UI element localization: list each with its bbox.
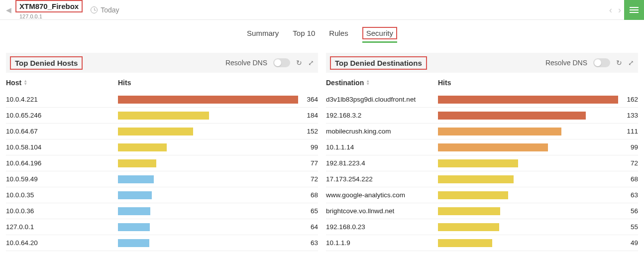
row-name: 10.0.0.35 [6,191,118,199]
column-hits-dests[interactable]: Hits [438,79,638,87]
page-prev-icon[interactable]: ‹ [606,5,615,15]
panel-top-denied-hosts: Top Denied Hosts Resolve DNS ↻ ⤢ Host ▲▼… [6,53,318,251]
tab-summary[interactable]: Summary [247,29,279,43]
row-bar [118,207,298,215]
back-chevron-icon[interactable]: ◀ [4,6,13,14]
columns-header-hosts: Host ▲▼ Hits [6,73,318,92]
row-bar [118,223,298,231]
table-row[interactable]: 10.0.0.3568 [6,187,318,203]
top-right-controls: ‹ › [606,0,644,20]
device-ip: 127.0.0.1 [19,13,83,19]
row-bar [438,159,618,167]
panel-header-hosts: Top Denied Hosts Resolve DNS ↻ ⤢ [6,53,318,73]
row-name: 10.0.64.196 [6,159,118,167]
row-name: 10.1.1.14 [326,143,438,151]
row-bar [118,128,298,135]
row-bar [118,239,298,247]
row-bar [438,239,618,247]
tab-rules[interactable]: Rules [329,29,348,43]
table-row[interactable]: 127.0.0.164 [6,219,318,235]
refresh-icon[interactable]: ↻ [296,59,302,67]
column-host[interactable]: Host ▲▼ [6,79,118,87]
resolve-dns-toggle-dests[interactable] [593,58,610,67]
row-name: 10.0.64.20 [6,239,118,247]
device-name[interactable]: XTM870_Firebox [19,2,79,10]
column-hits-hosts[interactable]: Hits [118,79,318,87]
row-value: 63 [618,191,638,199]
device-title-container: XTM870_Firebox 127.0.0.1 [15,0,83,19]
row-name: 17.173.254.222 [326,175,438,183]
row-name: 10.0.59.49 [6,175,118,183]
table-row[interactable]: 192.81.223.472 [326,155,638,171]
resolve-dns-label: Resolve DNS [225,59,267,67]
table-row[interactable]: 192.168.3.2133 [326,108,638,124]
tab-top10[interactable]: Top 10 [293,29,315,43]
resolve-dns-toggle-hosts[interactable] [273,58,290,67]
row-bar [438,223,618,231]
main-menu-button[interactable] [624,0,644,20]
table-row[interactable]: mobilecrush.king.com111 [326,124,638,139]
row-value: 133 [618,112,638,119]
row-bar [118,191,298,199]
row-value: 64 [298,223,318,231]
tab-security-label: Security [366,29,393,37]
row-name: 10.0.64.67 [6,128,118,135]
table-row[interactable]: 10.0.64.67152 [6,124,318,139]
row-value: 111 [618,128,638,135]
row-value: 68 [618,175,638,183]
tab-security[interactable]: Security [362,29,397,43]
sort-icon: ▲▼ [23,80,27,86]
panel-controls-hosts: Resolve DNS ↻ ⤢ [225,58,314,67]
table-row[interactable]: 10.0.58.10499 [6,139,318,155]
table-row[interactable]: www.google-analytics.com63 [326,187,638,203]
time-range-selector[interactable]: Today [91,6,119,14]
table-row[interactable]: 10.0.0.3665 [6,203,318,219]
row-name: mobilecrush.king.com [326,128,438,135]
row-name: 192.81.223.4 [326,159,438,167]
tabs: Summary Top 10 Rules Security [0,20,644,48]
row-name: brightcove.vo.llnwd.net [326,207,438,215]
column-destination-label: Destination [326,79,364,87]
row-value: 99 [618,143,638,151]
table-row[interactable]: 10.0.64.19677 [6,155,318,171]
row-value: 77 [298,159,318,167]
refresh-icon[interactable]: ↻ [616,59,622,67]
device-name-highlight: XTM870_Firebox [15,0,83,12]
row-bar [438,191,618,199]
row-bar [118,143,298,151]
row-bar [118,159,298,167]
table-row[interactable]: 10.0.4.221364 [6,92,318,108]
table-row[interactable]: 10.0.64.2063 [6,235,318,251]
row-value: 162 [618,96,638,103]
tab-security-highlight: Security [362,27,397,39]
time-range-label: Today [101,6,119,14]
expand-icon[interactable]: ⤢ [628,59,634,67]
row-value: 55 [618,223,638,231]
panel-title-highlight: Top Denied Hosts [10,56,83,70]
rows-dests: d3v1lb83psg9di.cloudfront.net162192.168.… [326,92,638,251]
expand-icon[interactable]: ⤢ [308,59,314,67]
row-value: 364 [298,96,318,103]
clock-icon [91,6,98,13]
page-next-icon[interactable]: › [615,5,624,15]
row-bar [438,207,618,215]
table-row[interactable]: 17.173.254.22268 [326,171,638,187]
table-row[interactable]: 10.0.65.246184 [6,108,318,124]
table-row[interactable]: brightcove.vo.llnwd.net56 [326,203,638,219]
row-name: 10.0.58.104 [6,143,118,151]
panel-title-hosts: Top Denied Hosts [15,59,78,67]
table-row[interactable]: 10.0.59.4972 [6,171,318,187]
row-value: 68 [298,191,318,199]
column-host-label: Host [6,79,21,87]
row-bar [438,128,618,135]
table-row[interactable]: 192.168.0.2355 [326,219,638,235]
row-value: 63 [298,239,318,247]
column-destination[interactable]: Destination ▲▼ [326,79,438,87]
table-row[interactable]: 10.1.1.949 [326,235,638,251]
rows-hosts: 10.0.4.22136410.0.65.24618410.0.64.67152… [6,92,318,251]
resolve-dns-label: Resolve DNS [545,59,587,67]
row-bar [118,175,298,183]
table-row[interactable]: d3v1lb83psg9di.cloudfront.net162 [326,92,638,108]
table-row[interactable]: 10.1.1.1499 [326,139,638,155]
row-value: 184 [298,112,318,119]
